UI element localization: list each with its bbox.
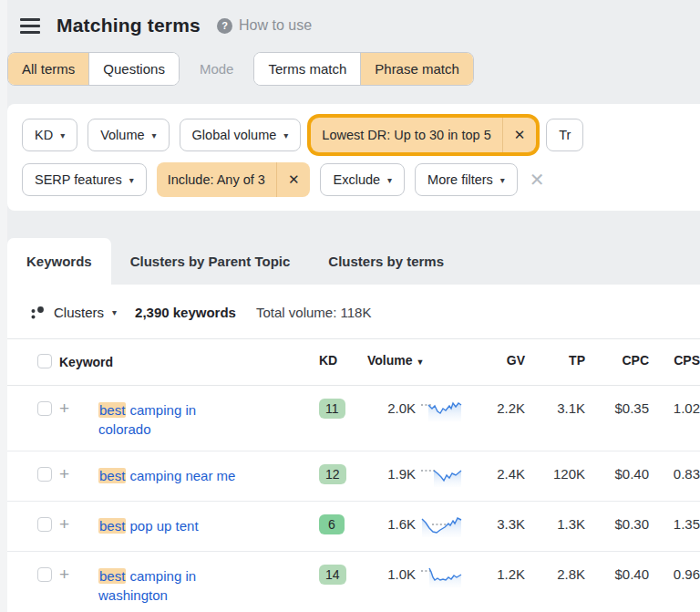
- mode-label: Mode: [200, 61, 234, 77]
- how-to-use-link[interactable]: ? How to use: [217, 17, 312, 34]
- keyword-highlight: best: [98, 518, 126, 534]
- help-question-icon: ?: [217, 18, 232, 34]
- gv-value: 1.2K: [467, 566, 525, 582]
- sort-desc-icon: ▼: [416, 358, 424, 367]
- exclude-filter-button[interactable]: Exclude ▾: [320, 163, 405, 196]
- serp-features-filter-label: SERP features: [35, 172, 122, 187]
- global-volume-filter-label: Global volume: [192, 128, 277, 142]
- page-edge-strip: [0, 0, 7, 612]
- segment-all-terms[interactable]: All terms: [8, 53, 88, 85]
- chevron-down-icon: ▾: [152, 130, 157, 140]
- gv-value: 2.2K: [467, 400, 525, 416]
- add-to-list-icon[interactable]: +: [59, 400, 98, 417]
- volume-filter-label: Volume: [100, 128, 144, 142]
- clusters-dropdown-label: Clusters: [54, 305, 104, 320]
- mode-segmented-control: Terms match Phrase match: [253, 52, 473, 86]
- chevron-down-icon: ▾: [60, 130, 65, 140]
- add-to-list-icon[interactable]: +: [59, 566, 98, 583]
- row-checkbox[interactable]: [37, 567, 52, 582]
- add-to-list-icon[interactable]: +: [59, 516, 98, 533]
- clusters-icon: [30, 305, 46, 320]
- clipped-filter-button[interactable]: Tr: [546, 119, 583, 151]
- trend-sparkline: [416, 516, 467, 537]
- trend-sparkline: [416, 400, 467, 421]
- row-checkbox[interactable]: [37, 401, 52, 416]
- segment-terms-match[interactable]: Terms match: [254, 53, 360, 85]
- row-checkbox[interactable]: [37, 467, 52, 482]
- keyword-highlight: best: [98, 402, 126, 418]
- chevron-down-icon: ▾: [500, 175, 505, 185]
- add-to-list-icon[interactable]: +: [59, 466, 98, 482]
- remove-lowest-dr-icon[interactable]: ✕: [502, 118, 537, 152]
- tab-clusters-by-parent-topic[interactable]: Clusters by Parent Topic: [111, 238, 310, 285]
- tab-clusters-by-terms[interactable]: Clusters by terms: [309, 238, 463, 285]
- select-all-checkbox[interactable]: [37, 354, 52, 368]
- table-row: + best camping in colorado 11 2.0K 2.2K …: [7, 386, 700, 451]
- results-panel: Clusters ▾ 2,390 keywords Total volume: …: [7, 285, 700, 612]
- volume-filter-button[interactable]: Volume ▾: [88, 119, 169, 151]
- chevron-down-icon: ▾: [387, 175, 392, 185]
- column-header-volume[interactable]: Volume ▼: [363, 353, 416, 368]
- kd-filter-button[interactable]: KD ▾: [22, 119, 77, 151]
- page-title: Matching terms: [57, 15, 201, 36]
- cps-value: 0.83: [649, 466, 700, 482]
- more-filters-button[interactable]: More filters ▾: [415, 163, 518, 196]
- trend-sparkline: [416, 466, 467, 487]
- kd-badge: 11: [319, 399, 345, 419]
- clusters-dropdown[interactable]: Clusters ▾: [30, 305, 117, 320]
- remove-include-icon[interactable]: ✕: [276, 162, 311, 197]
- chevron-down-icon: ▾: [112, 307, 117, 317]
- clipped-filter-label: Tr: [559, 128, 571, 142]
- filter-card: KD ▾ Volume ▾ Global volume ▾ Lowest DR:…: [7, 104, 700, 211]
- trend-sparkline: [416, 566, 467, 587]
- serp-features-filter-button[interactable]: SERP features ▾: [22, 163, 147, 196]
- column-header-tp[interactable]: TP: [525, 353, 585, 368]
- include-filter-label: Include: Any of 3: [157, 163, 276, 196]
- column-header-kd[interactable]: KD: [319, 353, 363, 368]
- view-toggle-row: All terms Questions Mode Terms match Phr…: [7, 52, 700, 86]
- clear-all-filters-icon[interactable]: ✕: [528, 169, 547, 191]
- gv-value: 2.4K: [467, 466, 525, 482]
- volume-value: 1.9K: [363, 466, 416, 482]
- column-header-cpc[interactable]: CPC: [585, 353, 649, 368]
- table-body: + best camping in colorado 11 2.0K 2.2K …: [7, 386, 700, 612]
- column-header-gv[interactable]: GV: [467, 353, 525, 368]
- result-tabs: Keywords Clusters by Parent Topic Cluste…: [7, 238, 700, 285]
- more-filters-label: More filters: [427, 172, 493, 187]
- global-volume-filter-button[interactable]: Global volume ▾: [180, 119, 302, 151]
- chevron-down-icon: ▾: [129, 175, 134, 185]
- filter-row-1: KD ▾ Volume ▾ Global volume ▾ Lowest DR:…: [22, 118, 700, 152]
- column-header-keyword[interactable]: Keyword: [59, 353, 319, 372]
- keyword-link[interactable]: pop up tent: [126, 518, 198, 534]
- cpc-value: $0.30: [585, 516, 649, 532]
- volume-value: 2.0K: [363, 400, 416, 416]
- kd-badge: 12: [319, 464, 346, 484]
- segment-phrase-match[interactable]: Phrase match: [360, 53, 473, 85]
- tab-keywords[interactable]: Keywords: [7, 238, 111, 285]
- total-volume: Total volume: 118K: [256, 305, 371, 320]
- cpc-value: $0.35: [585, 400, 649, 416]
- cpc-value: $0.40: [585, 466, 649, 482]
- table-row: + best camping in washington 14 1.0K 1.2…: [7, 552, 700, 612]
- kd-badge: 6: [319, 514, 345, 534]
- include-filter-chip[interactable]: Include: Any of 3 ✕: [157, 162, 311, 197]
- cps-value: 1.35: [649, 516, 700, 532]
- exclude-filter-label: Exclude: [333, 172, 380, 187]
- table-row: + best camping near me 12 1.9K 2.4K 120K…: [7, 451, 700, 502]
- keyword-link[interactable]: camping near me: [126, 468, 235, 483]
- cps-value: 1.02: [649, 400, 700, 416]
- row-checkbox[interactable]: [37, 517, 52, 532]
- lowest-dr-filter-chip[interactable]: Lowest DR: Up to 30 in top 5 ✕: [311, 118, 536, 152]
- chevron-down-icon: ▾: [283, 130, 288, 140]
- segment-questions[interactable]: Questions: [88, 53, 179, 85]
- filter-row-2: SERP features ▾ Include: Any of 3 ✕ Excl…: [22, 162, 700, 197]
- kd-filter-label: KD: [35, 128, 53, 142]
- keyword-highlight: best: [98, 468, 126, 483]
- hamburger-menu-icon[interactable]: [20, 18, 40, 34]
- column-header-cps[interactable]: CPS: [649, 353, 700, 368]
- table-row: + best pop up tent 6 1.6K 3.3K 1.3K $0.3…: [7, 502, 700, 552]
- volume-value: 1.0K: [363, 566, 416, 582]
- cpc-value: $0.40: [585, 566, 649, 582]
- volume-header-label: Volume: [367, 353, 413, 368]
- tp-value: 1.3K: [525, 516, 585, 532]
